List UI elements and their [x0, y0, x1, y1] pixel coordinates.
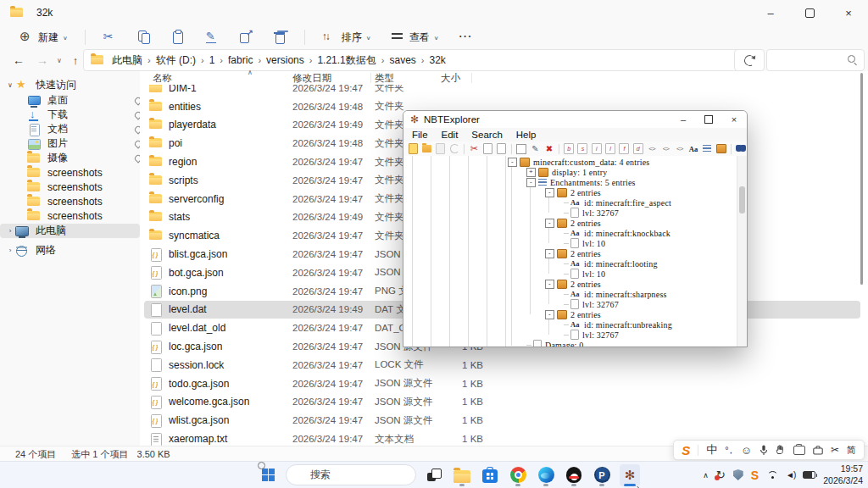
speaker-icon[interactable]: ◄) — [786, 470, 795, 480]
virtual-keyboard-icon[interactable] — [793, 446, 805, 455]
sidebar-item-screenshots[interactable]: screenshots — [0, 194, 152, 208]
new-button[interactable]: 新建∨ — [14, 27, 73, 47]
sidebar-item-文档[interactable]: 文档 — [0, 122, 152, 136]
edit-value-button[interactable] — [515, 143, 527, 155]
file-row-todo.gca.json[interactable]: todo.gca.json2026/3/24 19:47JSON 源文件1 KB — [144, 374, 860, 393]
tree-node[interactable]: lvl: 32767 — [564, 299, 619, 309]
column-header-type[interactable]: 类型 — [375, 72, 394, 85]
tag-float-button[interactable]: f — [618, 143, 630, 155]
copy-button[interactable] — [482, 143, 494, 155]
tree-node[interactable]: -Enchantments: 5 entries — [526, 177, 636, 187]
defender-shield-icon[interactable] — [733, 469, 743, 480]
view-button[interactable]: 查看∨ — [385, 27, 444, 47]
column-header-size[interactable]: 大小 — [441, 72, 460, 85]
taskbar-app-chrome[interactable] — [508, 464, 528, 486]
screenshot-scissors-icon[interactable]: ✂ — [831, 444, 839, 456]
forward-button[interactable]: → — [32, 50, 53, 70]
sogou-tray-icon[interactable]: S — [751, 469, 759, 482]
sidebar-item-网络[interactable]: ›网络 — [0, 243, 140, 258]
sort-button[interactable]: 排序∨ — [317, 27, 376, 47]
tree-node[interactable]: Aaid: minecraft:sharpness — [564, 289, 667, 299]
chevron-right-icon[interactable]: › — [5, 247, 15, 254]
nbt-minimize-button[interactable]: – — [670, 111, 696, 128]
taskbar-app-edge[interactable] — [536, 464, 556, 486]
search-chunk-button[interactable] — [735, 143, 747, 155]
tree-node[interactable]: lvl: 10 — [564, 269, 605, 279]
chevron-right-icon[interactable]: › — [5, 227, 15, 235]
tag-string-button[interactable]: Aa — [687, 143, 699, 155]
tree-node[interactable]: lvl: 32767 — [564, 330, 619, 340]
tag-compound-button[interactable] — [715, 143, 726, 155]
tree-node[interactable]: Aaid: minecraft:looting — [564, 258, 658, 269]
menu-file[interactable]: File — [412, 130, 428, 140]
delete-button[interactable] — [267, 27, 292, 47]
collapse-icon[interactable]: - — [545, 310, 554, 319]
breadcrumb-item[interactable]: saves — [387, 53, 418, 67]
microphone-icon[interactable] — [760, 445, 768, 456]
simplified-chinese-icon[interactable]: 简 — [847, 444, 856, 457]
collapse-icon[interactable]: - — [508, 158, 517, 167]
tree-node[interactable]: -2 entries — [545, 218, 601, 228]
delete-button[interactable]: ✖ — [543, 143, 555, 155]
tree-node[interactable]: -minecraft:custom_data: 4 entries — [508, 157, 649, 167]
refresh-button[interactable] — [734, 49, 765, 71]
tag-long-button[interactable]: l — [604, 143, 616, 155]
tag-int-button[interactable]: i — [591, 143, 603, 155]
column-header-name[interactable]: 名称 — [153, 72, 172, 85]
collapse-icon[interactable]: - — [526, 178, 536, 187]
tag-byte-array-button[interactable]: <> — [646, 143, 658, 155]
sidebar-item-screenshots[interactable]: screenshots — [0, 180, 152, 194]
tree-node[interactable]: lvl: 32767 — [564, 208, 619, 218]
tree-node[interactable]: Aaid: minecraft:knockback — [564, 228, 670, 238]
sync-tray-icon[interactable]: ↻ — [716, 469, 726, 481]
breadcrumb-item[interactable]: 1 — [207, 53, 218, 67]
tree-node[interactable]: -2 entries — [545, 309, 601, 319]
save-button[interactable] — [435, 143, 447, 155]
cut-button[interactable] — [97, 27, 123, 47]
column-header-date[interactable]: 修改日期 — [292, 72, 331, 85]
menu-help[interactable]: Help — [516, 130, 537, 140]
open-nbt-button[interactable] — [407, 143, 419, 155]
toolbox-icon[interactable] — [813, 446, 823, 455]
taskbar-app-pojav-launcher[interactable]: P — [592, 464, 612, 486]
breadcrumb-item[interactable]: 软件 (D:) — [153, 53, 198, 69]
sidebar-item-快速访问[interactable]: ∨快速访问 — [0, 78, 140, 92]
minimize-button[interactable]: – — [751, 0, 790, 25]
sidebar-item-摄像[interactable]: 摄像 — [0, 151, 152, 165]
punctuation-icon[interactable]: °， — [725, 444, 732, 457]
ime-mode-toggle[interactable]: 中 — [706, 442, 717, 458]
sogou-logo-icon[interactable]: S — [682, 443, 690, 458]
copy-button[interactable] — [131, 27, 157, 47]
tag-int-array-button[interactable]: <> — [659, 143, 671, 155]
nbt-maximize-button[interactable] — [696, 111, 721, 128]
file-list-scrollbar[interactable] — [860, 73, 863, 285]
collapse-icon[interactable]: - — [545, 280, 554, 289]
sidebar-item-下载[interactable]: 下载 — [0, 108, 152, 122]
maximize-button[interactable] — [790, 0, 829, 25]
sidebar-item-桌面[interactable]: 桌面 — [0, 93, 152, 108]
breadcrumb-item[interactable]: 此电脑 — [109, 53, 145, 69]
tree-node[interactable]: -2 entries — [545, 248, 601, 258]
cut-button[interactable]: ✂ — [468, 143, 480, 155]
breadcrumb-item[interactable]: 32k — [426, 53, 448, 67]
sidebar-item-screenshots[interactable]: screenshots — [0, 165, 152, 180]
expand-icon[interactable]: + — [526, 168, 536, 177]
menu-search[interactable]: Search — [471, 130, 502, 140]
breadcrumb-item[interactable]: 1.21.1数据包 — [314, 53, 378, 69]
nbt-close-button[interactable]: × — [721, 111, 747, 128]
taskbar-search[interactable]: 搜索 — [286, 464, 416, 485]
taskbar-app-nbtexplorer[interactable]: ✻ — [620, 464, 640, 486]
file-row-session.lock[interactable]: session.lock2026/3/24 19:47LOCK 文件1 KB — [144, 356, 860, 374]
handwriting-icon[interactable] — [776, 445, 786, 455]
collapse-icon[interactable]: - — [545, 188, 554, 197]
emoji-icon[interactable]: ☺ — [741, 444, 752, 457]
taskbar-app-file-explorer[interactable] — [452, 464, 472, 486]
chevron-down-icon[interactable]: ∨ — [5, 81, 15, 89]
wifi-icon[interactable] — [766, 470, 778, 480]
file-row-welcome.gca.json[interactable]: welcome.gca.json2026/3/24 19:47JSON 源文件1… — [144, 393, 860, 412]
up-button[interactable]: ↑ — [66, 50, 85, 70]
nbt-tree-scrollbar[interactable] — [737, 156, 747, 347]
sidebar-item-图片[interactable]: 图片 — [0, 136, 152, 151]
tag-long-array-button[interactable]: <> — [673, 143, 685, 155]
file-row-wlist.gca.json[interactable]: wlist.gca.json2026/3/24 19:47JSON 源文件1 K… — [144, 411, 860, 430]
